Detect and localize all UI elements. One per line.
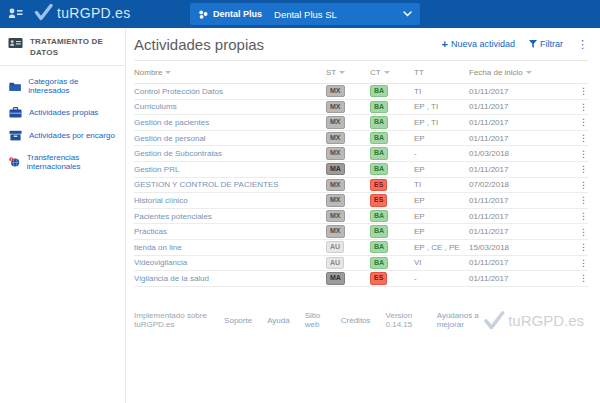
activity-name-link[interactable]: Curriculums [134, 102, 326, 111]
st-badge: MX [326, 179, 345, 191]
activity-name-link[interactable]: Vigilancia de la salud [134, 274, 326, 283]
table-row: CurriculumsMXBAEP , TI01/11/2017⋮ [134, 100, 588, 116]
start-date: 01/11/2017 [469, 274, 574, 283]
footer-logo: tuRGPD.es [483, 311, 584, 330]
column-header-st[interactable]: ST [326, 68, 370, 77]
activity-name-link[interactable]: Videovigilancia [134, 258, 326, 267]
toolbar-more-menu-icon[interactable]: ⋮ [577, 38, 588, 51]
filter-button[interactable]: Filtrar [529, 39, 563, 49]
plus-icon: + [442, 39, 448, 50]
row-menu-icon[interactable]: ⋮ [574, 258, 588, 268]
footer-link-ayuda[interactable]: Ayuda [267, 316, 290, 325]
activity-name-link[interactable]: Prácticas [134, 227, 326, 236]
footer-link-creditos[interactable]: Créditos [341, 316, 371, 325]
ct-badge: ES [370, 194, 387, 206]
row-menu-icon[interactable]: ⋮ [574, 273, 588, 283]
sidebar-item-categorias-de-interesados[interactable]: Categorías de interesados [0, 71, 125, 101]
tt-value: EP [414, 227, 469, 236]
row-menu-icon[interactable]: ⋮ [574, 195, 588, 205]
user-menu-icon[interactable] [8, 7, 23, 20]
globe-badge-icon [9, 156, 20, 168]
row-menu-icon[interactable]: ⋮ [574, 102, 588, 112]
app-logo[interactable]: tuRGPD.es [34, 4, 131, 21]
activity-name-link[interactable]: Gestión de Subcontratas [134, 149, 326, 158]
sidebar-item-actividades-propias[interactable]: Actividades propias [0, 101, 125, 124]
tt-value: TI [414, 180, 469, 189]
activity-name-link[interactable]: Pacientes potenciales [134, 212, 326, 221]
chevron-down-icon [403, 11, 412, 17]
table-row: Gestión de pacientesMXBAEP , TI01/11/201… [134, 115, 588, 131]
column-header-nombre[interactable]: Nombre [134, 68, 326, 77]
organization-select[interactable]: Dental Plus SL [274, 9, 412, 20]
table-row: Control Protección DatosMXBATI01/11/2017… [134, 84, 588, 100]
activity-name-link[interactable]: Gestión PRL [134, 165, 326, 174]
sidebar-section-title: TRATAMIENTO DE DATOS [30, 36, 117, 58]
row-menu-icon[interactable]: ⋮ [574, 211, 588, 221]
st-badge: MX [326, 194, 345, 206]
st-badge: AU [326, 241, 344, 253]
activity-name-link[interactable]: Control Protección Datos [134, 87, 326, 96]
tt-value: VI [414, 258, 469, 267]
main-content: Actividades propias + Nueva actividad Fi… [126, 28, 600, 403]
activity-name-link[interactable]: Gestión de personal [134, 134, 326, 143]
ct-badge: BA [370, 257, 388, 269]
footer: Implementado sobre tuRGPD.es Soporte Ayu… [134, 311, 588, 330]
new-activity-button[interactable]: + Nueva actividad [442, 39, 515, 50]
activity-name-link[interactable]: Historial clínico [134, 196, 326, 205]
table-row: PrácticasMXBAEP01/11/2017⋮ [134, 224, 588, 240]
start-date: 01/11/2017 [469, 118, 574, 127]
row-menu-icon[interactable]: ⋮ [574, 242, 588, 252]
column-header-ct[interactable]: CT [370, 68, 414, 77]
sidebar: TRATAMIENTO DE DATOS Categorías de inter… [0, 28, 126, 403]
row-menu-icon[interactable]: ⋮ [574, 227, 588, 237]
row-menu-icon[interactable]: ⋮ [574, 149, 588, 159]
sidebar-item-actividades-por-encargo[interactable]: Actividades por encargo [0, 124, 125, 147]
tt-value: TI [414, 87, 469, 96]
activity-name-link[interactable]: Gestión de pacientes [134, 118, 326, 127]
row-menu-icon[interactable]: ⋮ [574, 86, 588, 96]
ct-badge: ES [370, 179, 387, 191]
st-badge: MX [326, 147, 345, 159]
sidebar-item-transferencias-internacionales[interactable]: Transferencias internacionales [0, 147, 125, 177]
id-card-icon [8, 37, 23, 49]
st-badge: AU [326, 257, 344, 269]
activity-name-link[interactable]: tienda on line [134, 243, 326, 252]
row-menu-icon[interactable]: ⋮ [574, 133, 588, 143]
st-badge: MX [326, 116, 345, 128]
sidebar-item-label: Actividades propias [29, 108, 98, 117]
footer-check-icon [483, 311, 505, 330]
sort-caret-icon [165, 71, 171, 74]
activities-table: Nombre ST CT TT Fecha de inicio Control … [134, 61, 588, 287]
start-date: 01/11/2017 [469, 258, 574, 267]
column-header-fecha[interactable]: Fecha de inicio [469, 68, 574, 77]
ct-badge: BA [370, 85, 388, 97]
footer-link-mejorar[interactable]: Ayúdanos a mejorar [437, 311, 483, 329]
footer-link-soporte[interactable]: Soporte [224, 316, 252, 325]
table-row: VideovigilanciaAUBAVI01/11/2017⋮ [134, 256, 588, 272]
table-row: Historial clínicoMXESEP01/11/2017⋮ [134, 193, 588, 209]
ct-badge: BA [370, 241, 388, 253]
tt-value: EP [414, 212, 469, 221]
row-menu-icon[interactable]: ⋮ [574, 164, 588, 174]
st-badge: MA [326, 272, 345, 284]
start-date: 01/11/2017 [469, 165, 574, 174]
tt-value: EP [414, 196, 469, 205]
tt-value: EP [414, 165, 469, 174]
table-row: Gestión de personalMXBAEP01/11/2017⋮ [134, 131, 588, 147]
organization-select-value: Dental Plus SL [274, 9, 337, 20]
ct-badge: ES [370, 272, 387, 284]
start-date: 01/11/2017 [469, 102, 574, 111]
footer-link-sitio-web[interactable]: Sitio web [305, 311, 326, 329]
st-badge: MX [326, 210, 345, 222]
tt-value: EP , CE , PE [414, 243, 469, 252]
row-menu-icon[interactable]: ⋮ [574, 180, 588, 190]
start-date: 01/11/2017 [469, 227, 574, 236]
activity-name-link[interactable]: GESTION Y CONTROL DE PACIENTES [134, 180, 326, 189]
st-badge: MX [326, 85, 345, 97]
logo-text: tuRGPD.es [57, 5, 131, 21]
st-badge: MA [326, 163, 345, 175]
ct-badge: BA [370, 116, 388, 128]
top-header: tuRGPD.es Dental Plus Dental Plus SL [0, 0, 600, 28]
ct-badge: BA [370, 101, 388, 113]
row-menu-icon[interactable]: ⋮ [574, 117, 588, 127]
